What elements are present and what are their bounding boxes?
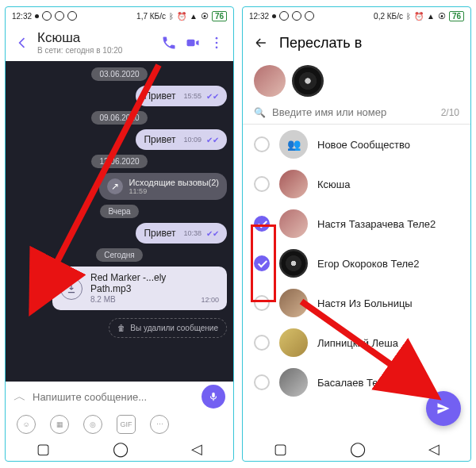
camera-icon[interactable]: ◎ (83, 415, 102, 434)
contact-name: Липницкий Леша (317, 337, 398, 349)
clock: 12:32 (12, 12, 32, 21)
more-icon[interactable] (208, 34, 225, 52)
tool-row: ☺ ▦ ◎ GIF ⋯ (6, 412, 233, 437)
back-icon[interactable] (13, 34, 31, 52)
signal-icon: ▲ (427, 12, 435, 21)
search-row: 🔍 2/10 (243, 101, 470, 125)
status-icon-3 (67, 11, 77, 21)
video-icon[interactable] (184, 34, 202, 52)
mic-button[interactable] (202, 385, 225, 409)
file-size: 8.2 MB (90, 295, 193, 305)
wifi-icon: ⦿ (438, 12, 446, 21)
share-icon[interactable] (30, 293, 48, 310)
avatar (279, 368, 308, 397)
msg-time: 10:38 (183, 229, 202, 237)
contact-name: Егор Окороков Теле2 (317, 258, 419, 270)
status-icon-1 (279, 11, 289, 21)
sticker-icon[interactable]: ☺ (17, 415, 36, 434)
contact-name: Новое Сообщество (317, 139, 410, 151)
home-icon[interactable]: ◯ (350, 442, 366, 456)
message-row[interactable]: Привет 10:09 ✔✔ (12, 129, 227, 150)
phone-forward: 12:32 0,2 КБ/с ᛒ ⏰ ▲ ⦿ 76 Переслать в (242, 6, 471, 462)
list-item[interactable]: Липницкий Леша (243, 323, 470, 363)
contact-list[interactable]: 👥 Новое Сообщество Ксюша Настя Тазарачев… (243, 125, 470, 437)
search-icon: 🔍 (254, 107, 266, 118)
android-navbar: ▢ ◯ ◁ (6, 437, 233, 461)
file-message[interactable]: Red Marker -...ely Path.mp3 8.2 MB 12:00 (12, 267, 227, 310)
list-item[interactable]: Егор Окороков Теле2 (243, 244, 470, 283)
trash-icon: 🗑 (117, 324, 125, 332)
home-icon[interactable]: ◯ (113, 442, 129, 456)
send-button[interactable] (426, 391, 461, 426)
list-item[interactable]: Настя Из Больницы (243, 283, 470, 323)
radio[interactable] (254, 176, 270, 192)
wifi-icon: ⦿ (201, 12, 209, 21)
back-icon[interactable] (252, 34, 270, 52)
avatar (279, 170, 308, 198)
group-icon: 👥 (279, 130, 308, 159)
chat-title[interactable]: Ксюша (37, 31, 154, 46)
bt-icon: ᛒ (406, 12, 411, 21)
deleted-message: 🗑 Вы удалили сообщение (109, 318, 227, 338)
gallery-icon[interactable]: ▦ (50, 415, 69, 434)
more-tools-icon[interactable]: ⋯ (150, 415, 169, 434)
deleted-text: Вы удалили сообщение (130, 324, 218, 332)
selection-counter: 2/10 (441, 107, 459, 118)
contact-name: Ксюша (317, 178, 350, 190)
phone-chat: 12:32 1,7 КБ/с ᛒ ⏰ ▲ ⦿ 76 Ксюша В сети (5, 6, 234, 462)
chat-subtitle: В сети: сегодня в 10:20 (37, 46, 154, 55)
radio[interactable] (254, 136, 270, 152)
msg-text: Привет (144, 228, 175, 239)
download-icon[interactable] (60, 278, 83, 300)
status-bar: 12:32 0,2 КБ/с ᛒ ⏰ ▲ ⦿ 76 (243, 7, 470, 25)
forward-header: Переслать в (243, 25, 470, 61)
avatar (279, 289, 308, 317)
outgoing-call-icon: ↗ (107, 178, 123, 194)
check-icon: ✔✔ (206, 136, 219, 144)
selected-chip[interactable] (292, 65, 324, 97)
call-entry[interactable]: ↗ Исходящие вызовы(2) 11:59 (12, 173, 227, 200)
message-row[interactable]: Привет 10:38 ✔✔ (12, 223, 227, 244)
recent-apps-icon[interactable]: ▢ (36, 442, 50, 456)
chat-body[interactable]: 03.06.2020 Привет 15:55 ✔✔ 09.06.2020 Пр… (6, 61, 233, 382)
clock: 12:32 (249, 12, 269, 21)
status-icon-2 (292, 11, 301, 21)
status-icon-3 (305, 11, 314, 21)
file-time: 12:00 (201, 296, 219, 304)
list-item[interactable]: 👥 Новое Сообщество (243, 125, 470, 164)
svg-point-2 (216, 42, 218, 44)
call-icon[interactable] (160, 34, 178, 52)
status-icon-2 (55, 11, 64, 21)
selected-chip[interactable] (254, 65, 286, 97)
avatar (279, 249, 308, 278)
call-time: 11:59 (129, 187, 219, 195)
check-icon: ✔✔ (206, 92, 219, 101)
chevron-up-icon[interactable]: ︿ (13, 389, 26, 405)
call-label: Исходящие вызовы(2) (129, 178, 219, 187)
back-nav-icon[interactable]: ◁ (428, 442, 440, 456)
composer: ︿ (6, 382, 233, 412)
back-nav-icon[interactable]: ◁ (191, 442, 202, 456)
bt-icon: ᛒ (169, 12, 174, 21)
date-pill: 09.06.2020 (91, 111, 147, 125)
radio[interactable] (254, 374, 270, 390)
message-input[interactable] (31, 390, 197, 404)
notif-dot (35, 14, 39, 18)
date-pill: 03.06.2020 (91, 67, 147, 81)
list-item[interactable]: Настя Тазарачева Теле2 (243, 204, 470, 244)
msg-time: 10:09 (183, 136, 202, 144)
list-item[interactable]: Ксюша (243, 164, 470, 204)
svg-rect-0 (187, 40, 195, 46)
contact-name: Настя Из Больницы (317, 297, 413, 309)
radio[interactable] (254, 335, 270, 351)
selected-chips (243, 61, 470, 101)
search-input[interactable] (271, 105, 441, 119)
gif-icon[interactable]: GIF (117, 415, 136, 434)
svg-point-1 (216, 37, 218, 40)
date-pill: 12.06.2020 (91, 155, 147, 168)
recent-apps-icon[interactable]: ▢ (274, 442, 287, 456)
status-bar: 12:32 1,7 КБ/с ᛒ ⏰ ▲ ⦿ 76 (6, 7, 233, 25)
msg-time: 15:55 (183, 92, 202, 100)
message-row[interactable]: Привет 15:55 ✔✔ (12, 86, 227, 106)
avatar (279, 328, 308, 357)
